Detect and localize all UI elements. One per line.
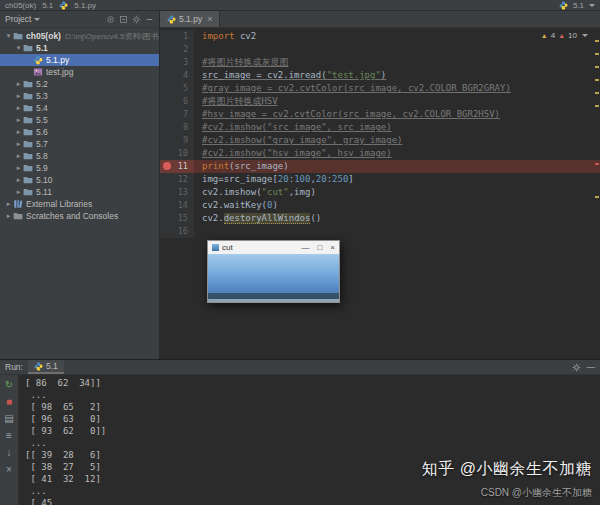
code-line-12[interactable]: 12img=src_image[20:100,20:250] <box>160 173 600 186</box>
close-tab-icon[interactable]: × <box>207 14 212 24</box>
settings-gear-icon[interactable] <box>572 363 581 372</box>
locate-file-icon[interactable] <box>106 15 115 24</box>
code-line-6[interactable]: 6#将图片转换成HSV <box>160 95 600 108</box>
code-line-5[interactable]: 5#gray_image = cv2.cvtColor(src_image, c… <box>160 82 600 95</box>
pin-tab-icon[interactable]: ≡ <box>3 429 16 442</box>
stripe-mark[interactable] <box>595 66 599 68</box>
tree-collapsed-icon[interactable]: ▸ <box>14 162 23 174</box>
inspections-widget[interactable]: ▲ 4 ▲ 10 <box>541 31 588 40</box>
tree-item-5.1.py[interactable]: 5.1.py <box>0 54 159 66</box>
tree-collapsed-icon[interactable]: ▸ <box>14 102 23 114</box>
code-line-10[interactable]: 10#cv2.imshow("hsv_image", hsv_image) <box>160 147 600 160</box>
tree-collapsed-icon[interactable]: ▸ <box>14 90 23 102</box>
code-line-3[interactable]: 3#将图片转换成灰度图 <box>160 56 600 69</box>
tree-item-5.6[interactable]: ▸5.6 <box>0 126 159 138</box>
tree-item-external-libraries[interactable]: ▸External Libraries <box>0 198 159 210</box>
gutter-line-14[interactable]: 14 <box>160 199 194 212</box>
close-icon[interactable]: × <box>330 243 335 252</box>
gutter-line-15[interactable]: 15 <box>160 212 194 225</box>
run-console-output[interactable]: [ 86 62 34]] ... [ 98 65 2] [ 96 63 0] [… <box>19 375 600 505</box>
gutter-line-6[interactable]: 6 <box>160 95 194 108</box>
gutter-line-16[interactable]: 16 <box>160 225 194 238</box>
tree-expanded-icon[interactable]: ▾ <box>14 42 23 54</box>
tree-collapsed-icon[interactable]: ▸ <box>4 210 13 222</box>
scroll-to-end-icon[interactable]: ↓ <box>3 446 16 459</box>
tree-collapsed-icon[interactable]: ▸ <box>4 198 13 210</box>
code-line-15[interactable]: 15cv2.destoryAllWindos() <box>160 212 600 225</box>
collapse-all-icon[interactable] <box>119 15 128 24</box>
hide-panel-icon[interactable] <box>145 15 154 24</box>
gutter-line-7[interactable]: 7 <box>160 108 194 121</box>
clear-console-icon[interactable]: × <box>3 463 16 476</box>
gutter-line-1[interactable]: 1 <box>160 30 194 43</box>
gutter-line-4[interactable]: 4 <box>160 69 194 82</box>
chevron-down-icon[interactable] <box>34 18 40 21</box>
tree-item-5.3[interactable]: ▸5.3 <box>0 90 159 102</box>
tree-item-5.5[interactable]: ▸5.5 <box>0 114 159 126</box>
project-panel-title[interactable]: Project <box>5 14 31 24</box>
tree-expanded-icon[interactable]: ▾ <box>4 30 13 42</box>
gutter-line-2[interactable]: 2 <box>160 43 194 56</box>
gutter-line-8[interactable]: 8 <box>160 121 194 134</box>
breakpoint-icon[interactable] <box>163 162 171 170</box>
stripe-mark[interactable] <box>595 92 599 94</box>
tree-item-5.2[interactable]: ▸5.2 <box>0 78 159 90</box>
tree-collapsed-icon[interactable]: ▸ <box>14 126 23 138</box>
gutter-line-13[interactable]: 13 <box>160 186 194 199</box>
stripe-mark[interactable] <box>595 105 599 107</box>
tree-collapsed-icon[interactable]: ▸ <box>14 186 23 198</box>
rerun-icon[interactable]: ↻ <box>3 378 16 391</box>
tree-collapsed-icon[interactable]: ▸ <box>14 78 23 90</box>
tree-item-5.4[interactable]: ▸5.4 <box>0 102 159 114</box>
code-line-1[interactable]: 1import cv2 <box>160 30 600 43</box>
tree-item-scratches-and-consoles[interactable]: ▸Scratches and Consoles <box>0 210 159 222</box>
maximize-icon[interactable]: □ <box>317 243 322 252</box>
error-stripe[interactable] <box>595 28 599 359</box>
tree-item-5.1[interactable]: ▾5.1 <box>0 42 159 54</box>
stripe-mark[interactable] <box>595 40 599 42</box>
minimize-icon[interactable]: — <box>301 243 309 252</box>
tree-item-5.10[interactable]: ▸5.10 <box>0 174 159 186</box>
editor-tab-5.1.py[interactable]: 5.1.py × <box>160 11 220 27</box>
gutter-line-10[interactable]: 10 <box>160 147 194 160</box>
tree-item-ch05-ok-[interactable]: ▾ch05(ok)D:\mj\Opencv4.5资料\图书配... <box>0 30 159 42</box>
stop-icon[interactable]: ■ <box>3 395 16 408</box>
gutter-line-12[interactable]: 12 <box>160 173 194 186</box>
gutter-line-3[interactable]: 3 <box>160 56 194 69</box>
tree-item-5.8[interactable]: ▸5.8 <box>0 150 159 162</box>
stripe-mark-error[interactable] <box>595 163 599 165</box>
tree-collapsed-icon[interactable]: ▸ <box>14 150 23 162</box>
gutter-line-11[interactable]: 11 <box>160 160 194 173</box>
cut-window-title-bar[interactable]: cut — □ × <box>208 241 339 254</box>
gutter-line-5[interactable]: 5 <box>160 82 194 95</box>
settings-gear-icon[interactable] <box>132 15 141 24</box>
hide-panel-icon[interactable]: — <box>587 362 596 372</box>
tree-collapsed-icon[interactable]: ▸ <box>14 138 23 150</box>
tree-item-5.9[interactable]: ▸5.9 <box>0 162 159 174</box>
code-line-7[interactable]: 7#hsv_image = cv2.cvtColor(src_image, cv… <box>160 108 600 121</box>
code-line-11[interactable]: 11print(src_image) <box>160 160 600 173</box>
code-line-8[interactable]: 8#cv2.imshow("src_image", src_image) <box>160 121 600 134</box>
chevron-down-icon[interactable] <box>582 34 588 37</box>
restore-layout-icon[interactable]: ▤ <box>3 412 16 425</box>
code-line-14[interactable]: 14cv2.waitKey(0) <box>160 199 600 212</box>
run-config-selector[interactable]: 5.1 <box>573 1 584 10</box>
opencv-cut-window[interactable]: cut — □ × <box>207 240 340 303</box>
tree-item-5.7[interactable]: ▸5.7 <box>0 138 159 150</box>
code-editor[interactable]: 1import cv223#将图片转换成灰度图4src_image = cv2.… <box>160 28 600 359</box>
stripe-mark[interactable] <box>595 196 599 198</box>
tree-item-test.jpg[interactable]: test.jpg <box>0 66 159 78</box>
code-line-4[interactable]: 4src_image = cv2.imread("test.jpg") <box>160 69 600 82</box>
code-line-13[interactable]: 13cv2.imshow("cut",img) <box>160 186 600 199</box>
stripe-mark[interactable] <box>595 53 599 55</box>
code-line-2[interactable]: 2 <box>160 43 600 56</box>
tree-item-5.11[interactable]: ▸5.11 <box>0 186 159 198</box>
code-line-9[interactable]: 9#cv2.imshow("gray_image", gray_image) <box>160 134 600 147</box>
run-tab-5.1[interactable]: 5.1 <box>28 360 64 374</box>
tree-collapsed-icon[interactable]: ▸ <box>14 174 23 186</box>
code-line-16[interactable]: 16 <box>160 225 600 238</box>
tree-collapsed-icon[interactable]: ▸ <box>14 114 23 126</box>
stripe-mark[interactable] <box>595 79 599 81</box>
chevron-down-icon[interactable] <box>589 4 595 7</box>
gutter-line-9[interactable]: 9 <box>160 134 194 147</box>
